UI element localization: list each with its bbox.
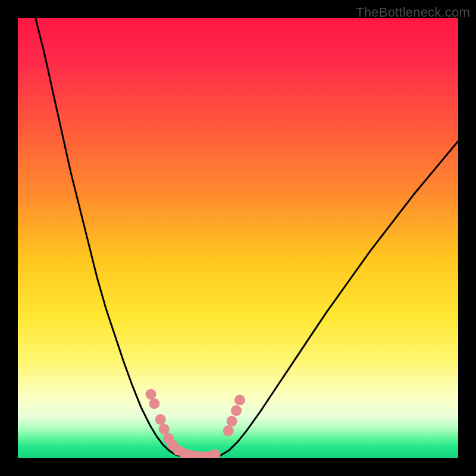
dots-right-point [234, 394, 245, 405]
dots-left-point [149, 398, 159, 409]
dots-left-point [145, 389, 156, 400]
plot-area [18, 18, 458, 458]
curve-right [212, 141, 458, 458]
curve-left [36, 18, 194, 458]
dots-left-point [210, 449, 221, 458]
dots-right-point [223, 425, 234, 436]
dots-left-point [159, 424, 170, 434]
watermark-text: TheBottleneck.com [356, 5, 470, 20]
dots-left-point [155, 414, 166, 425]
chart-svg [18, 18, 458, 458]
dots-right-point [227, 416, 237, 427]
dots-right-point [231, 405, 242, 416]
chart-frame: TheBottleneck.com [0, 0, 476, 476]
